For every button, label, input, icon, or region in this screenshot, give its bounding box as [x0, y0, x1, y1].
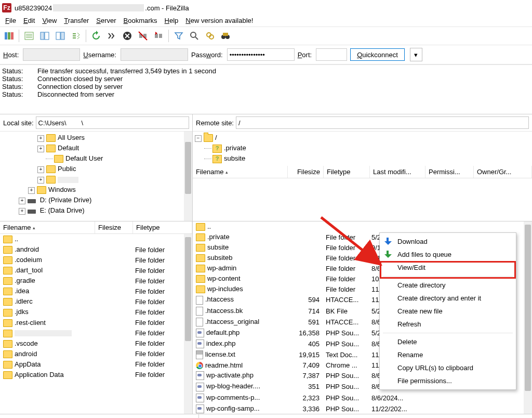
username-input[interactable]	[121, 48, 188, 61]
list-item[interactable]: .ideaFile folder	[0, 286, 192, 296]
php-icon	[196, 371, 204, 380]
remote-path-input[interactable]	[236, 116, 529, 129]
site-manager-button[interactable]	[2, 30, 16, 42]
refresh-button[interactable]	[89, 30, 103, 42]
svg-rect-14	[155, 34, 158, 38]
ctx-create-directory-enter[interactable]: Create directory and enter it	[380, 292, 516, 305]
expander-icon[interactable]: −	[195, 135, 202, 142]
col-filetype[interactable]: Filetype	[133, 221, 192, 233]
expander-icon[interactable]: +	[37, 177, 44, 184]
expander-icon[interactable]: +	[28, 187, 35, 194]
list-item[interactable]: .rest-clientFile folder	[0, 318, 192, 328]
list-item[interactable]: .vscodeFile folder	[0, 338, 192, 349]
col-filetype[interactable]: Filetype	[324, 166, 370, 178]
col-filename[interactable]: Filename▴	[193, 166, 288, 178]
port-input[interactable]	[316, 48, 347, 61]
folder-icon	[3, 256, 12, 264]
quickconnect-button[interactable]: Quickconnect	[350, 48, 405, 61]
ctx-file-permissions[interactable]: File permissions...	[380, 374, 516, 387]
expander-icon[interactable]: +	[37, 135, 44, 142]
tree-item[interactable]: E: (Data Drive)	[40, 206, 85, 214]
tree-item[interactable]: Public	[58, 165, 76, 173]
process-queue-button[interactable]	[105, 30, 118, 42]
host-input[interactable]	[23, 48, 80, 61]
tree-item-masked[interactable]	[58, 177, 78, 183]
list-item[interactable]: Application DataFile folder	[0, 370, 192, 380]
toggle-log-button[interactable]	[22, 30, 36, 42]
tree-item[interactable]: Default	[58, 144, 79, 152]
scrollbar[interactable]	[524, 221, 532, 414]
col-owner[interactable]: Owner/Gr...	[474, 166, 532, 178]
disconnect-button[interactable]	[136, 30, 150, 42]
toggle-local-tree-button[interactable]	[38, 30, 51, 42]
list-item[interactable]: .dart_toolFile folder	[0, 265, 192, 276]
tree-item[interactable]: /	[215, 134, 217, 141]
menu-server[interactable]: Server	[96, 17, 116, 24]
scrollbar[interactable]	[184, 132, 192, 221]
tree-item[interactable]: .private	[224, 144, 246, 152]
col-filesize[interactable]: Filesize	[95, 221, 133, 233]
ctx-view-edit[interactable]: View/Edit	[380, 261, 516, 274]
menu-help[interactable]: Help	[165, 17, 179, 24]
filetype: File folder	[132, 328, 192, 338]
menu-edit[interactable]: Edit	[23, 17, 35, 24]
quickconnect-dropdown[interactable]: ▾	[410, 48, 422, 61]
ctx-rename[interactable]: Rename	[380, 348, 516, 361]
list-item[interactable]: AppDataFile folder	[0, 359, 192, 370]
list-item[interactable]: .androidFile folder	[0, 244, 192, 255]
tree-item[interactable]: Default User	[65, 154, 103, 162]
log-label: Status:	[2, 67, 30, 75]
col-filesize[interactable]: Filesize	[288, 166, 324, 178]
local-path-input[interactable]	[36, 116, 189, 129]
tree-item[interactable]: D: (Private Drive)	[40, 196, 92, 204]
ctx-refresh[interactable]: Refresh	[380, 318, 516, 331]
menu-bookmarks[interactable]: Bookmarks	[124, 17, 157, 24]
list-item[interactable]: .gradleFile folder	[0, 276, 192, 286]
list-item[interactable]: androidFile folder	[0, 349, 192, 359]
cancel-button[interactable]	[121, 30, 134, 42]
list-item[interactable]: wp-config-samp...3,336PHP Sou...11/22/20…	[193, 403, 532, 414]
ctx-download[interactable]: Download	[380, 235, 516, 248]
menu-transfer[interactable]: Transfer	[64, 17, 89, 24]
toggle-remote-tree-button[interactable]	[54, 30, 67, 42]
search-button[interactable]	[188, 30, 201, 42]
ctx-copy-url[interactable]: Copy URL(s) to clipboard	[380, 361, 516, 374]
list-item[interactable]: .codeiumFile folder	[0, 255, 192, 265]
remote-tree[interactable]: −/ .private subsite	[193, 132, 532, 166]
expander-icon[interactable]: +	[19, 208, 25, 215]
col-modified[interactable]: Last modifi...	[370, 166, 425, 178]
col-permissions[interactable]: Permissi...	[425, 166, 474, 178]
password-input[interactable]	[227, 48, 295, 61]
col-filename[interactable]: Filename▴	[0, 221, 95, 233]
compare-button[interactable]	[203, 30, 217, 42]
log-label: Status:	[2, 83, 30, 90]
ctx-add-to-queue[interactable]: Add files to queue	[380, 248, 516, 261]
filetype: BK File	[323, 306, 368, 317]
menu-file[interactable]: File	[5, 17, 16, 24]
ctx-create-directory[interactable]: Create directory	[380, 279, 516, 292]
filter-button[interactable]	[172, 30, 185, 42]
ctx-delete[interactable]: Delete	[380, 335, 516, 348]
menu-view[interactable]: View	[42, 17, 57, 24]
tree-item[interactable]: Windows	[48, 186, 76, 193]
folder-icon	[3, 330, 12, 337]
list-item[interactable]: .jdksFile folder	[0, 307, 192, 317]
scrollbar[interactable]	[184, 234, 192, 414]
binoculars-button[interactable]	[219, 30, 232, 42]
tree-item[interactable]: All Users	[58, 134, 85, 141]
ctx-create-new-file[interactable]: Create new file	[380, 305, 516, 318]
local-file-list[interactable]: ...androidFile folder.codeiumFile folder…	[0, 234, 192, 414]
menu-newversion[interactable]: New version available!	[185, 17, 253, 24]
toggle-queue-button[interactable]	[69, 30, 83, 42]
list-item[interactable]: .idlercFile folder	[0, 296, 192, 307]
expander-icon[interactable]: +	[19, 198, 25, 204]
tree-item[interactable]: subsite	[224, 154, 245, 162]
local-tree[interactable]: +All Users +Default Default User +Public…	[0, 132, 192, 221]
expander-icon[interactable]: +	[37, 146, 44, 152]
reconnect-button[interactable]	[152, 30, 165, 42]
list-item[interactable]: ..	[0, 234, 192, 244]
expander-icon[interactable]: +	[37, 166, 44, 173]
list-item[interactable]: wp-comments-p...2,323PHP Sou...8/6/2024.…	[193, 393, 532, 403]
list-item[interactable]: File folder	[0, 328, 192, 338]
folder-icon	[196, 223, 205, 231]
